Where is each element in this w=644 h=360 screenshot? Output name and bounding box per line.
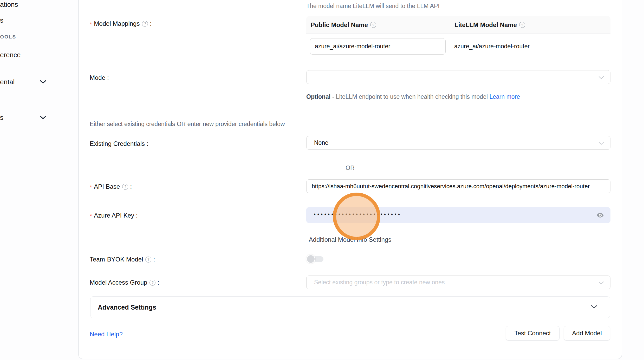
credentials-note: Either select existing credentials OR en… — [90, 121, 285, 128]
model-access-group-label: Model Access Group ? : — [90, 279, 159, 286]
chevron-down-icon — [40, 116, 46, 121]
chevron-down-icon — [599, 139, 604, 146]
public-model-name-header: Public Model Name ? — [306, 21, 450, 29]
azure-api-key-label: * Azure API Key : — [90, 212, 138, 219]
masked-api-key: ••••••••••••••••••••••••• — [314, 211, 402, 217]
litellm-model-name-value: azure_ai/azure-model-router — [450, 43, 610, 50]
help-icon[interactable]: ? — [370, 22, 376, 28]
existing-credentials-select[interactable]: None — [306, 136, 610, 150]
help-icon[interactable]: ? — [122, 184, 128, 190]
test-connect-button[interactable]: Test Connect — [506, 326, 560, 341]
mode-select[interactable] — [306, 70, 610, 84]
chevron-down-icon — [591, 305, 597, 310]
table-row: azure_ai/azure-model-router azure_ai/azu… — [306, 34, 610, 59]
additional-model-info-divider: Additional Model Info Settings — [90, 236, 610, 243]
api-base-label: * API Base ? : — [90, 183, 132, 190]
required-asterisk: * — [90, 184, 92, 191]
model-name-hint: The model name LiteLLM will send to the … — [306, 3, 440, 10]
public-model-name-input[interactable]: azure_ai/azure-model-router — [310, 38, 446, 55]
team-byok-label: Team-BYOK Model ? : — [90, 256, 155, 263]
sidebar-item-settings[interactable]: s — [0, 114, 3, 122]
help-icon[interactable]: ? — [145, 257, 151, 263]
need-help-link[interactable]: Need Help? — [90, 331, 123, 338]
api-base-input[interactable]: https://ishaa-mh6uutut-swedencentral.cog… — [306, 179, 610, 193]
or-divider: OR — [90, 164, 610, 172]
learn-more-link[interactable]: Learn more — [489, 93, 520, 100]
chevron-down-icon — [40, 80, 46, 85]
mode-hint: Optional - LiteLLM endpoint to use when … — [306, 91, 526, 102]
help-icon[interactable]: ? — [142, 21, 148, 27]
required-asterisk: * — [90, 213, 92, 220]
chevron-down-icon — [599, 74, 604, 81]
litellm-model-name-header: LiteLLM Model Name ? — [450, 19, 610, 31]
existing-credentials-label: Existing Credentials: — [90, 140, 148, 147]
sidebar-item[interactable]: s — [0, 16, 3, 24]
sidebar-item-organizations[interactable]: ations — [0, 1, 18, 9]
table-header-row: Public Model Name ? LiteLLM Model Name ? — [306, 16, 610, 34]
mode-label: Mode: — [90, 74, 109, 81]
azure-api-key-input[interactable]: ••••••••••••••••••••••••• — [306, 207, 610, 223]
add-model-button[interactable]: Add Model — [564, 326, 610, 341]
sidebar-item-experimental[interactable]: ental — [0, 78, 15, 86]
sidebar-item-reference[interactable]: erence — [0, 51, 21, 59]
model-mappings-label: * Model Mappings ? : — [90, 20, 152, 27]
required-asterisk: * — [90, 21, 92, 28]
eye-icon[interactable] — [596, 211, 604, 219]
sidebar-section-tools: TOOLS — [0, 34, 16, 40]
add-model-page: ations s TOOLS erence ental s The model … — [0, 0, 644, 360]
model-access-group-select[interactable]: Select existing groups or type to create… — [306, 276, 610, 289]
chevron-down-icon — [599, 279, 604, 286]
advanced-settings-panel[interactable]: Advanced Settings — [90, 296, 610, 318]
help-icon[interactable]: ? — [149, 280, 155, 286]
help-icon[interactable]: ? — [519, 22, 525, 28]
model-mappings-table: Public Model Name ? LiteLLM Model Name ?… — [306, 16, 610, 59]
team-byok-toggle[interactable] — [306, 254, 323, 264]
